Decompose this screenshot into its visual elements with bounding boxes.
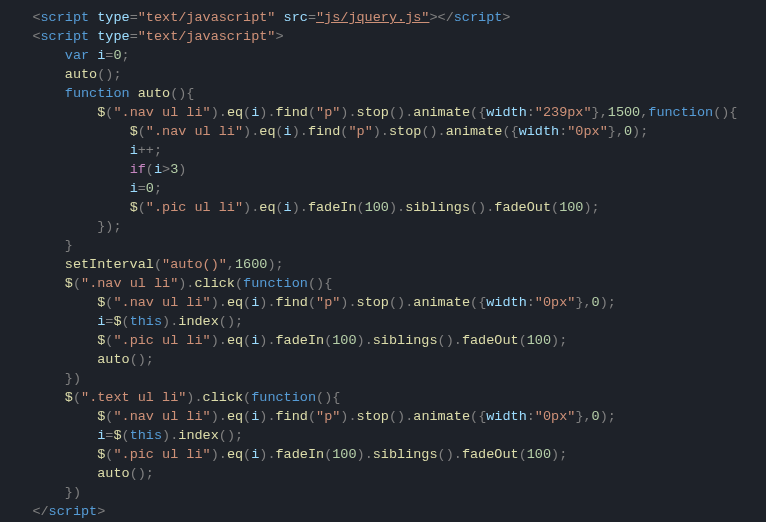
code-line: $(".nav ul li").eq(i).find("p").stop().a… bbox=[0, 105, 737, 120]
code-line: i=$(this).index(); bbox=[0, 428, 243, 443]
code-line: $(".nav ul li").eq(i).find("p").stop().a… bbox=[0, 295, 616, 310]
code-line: $(".pic ul li").eq(i).fadeIn(100).siblin… bbox=[0, 447, 567, 462]
code-line: auto(); bbox=[0, 352, 154, 367]
code-line: $(".pic ul li").eq(i).fadeIn(100).siblin… bbox=[0, 333, 567, 348]
code-line: i++; bbox=[0, 143, 162, 158]
code-line: }) bbox=[0, 371, 81, 386]
src-link[interactable]: "js/jquery.js" bbox=[316, 10, 429, 25]
code-line: $(".text ul li").click(function(){ bbox=[0, 390, 340, 405]
code-line: $(".nav ul li").click(function(){ bbox=[0, 276, 332, 291]
code-line: $(".nav ul li").eq(i).find("p").stop().a… bbox=[0, 124, 648, 139]
code-line: i=$(this).index(); bbox=[0, 314, 243, 329]
code-block: <script type="text/javascript" src="js/j… bbox=[0, 0, 766, 521]
code-line: }); bbox=[0, 219, 122, 234]
code-line: $(".nav ul li").eq(i).find("p").stop().a… bbox=[0, 409, 616, 424]
code-line: var i=0; bbox=[0, 48, 130, 63]
code-line: setInterval("auto()",1600); bbox=[0, 257, 284, 272]
code-line: <script type="text/javascript" src="js/j… bbox=[0, 10, 510, 25]
code-line: if(i>3) bbox=[0, 162, 186, 177]
code-line: function auto(){ bbox=[0, 86, 194, 101]
code-line: i=0; bbox=[0, 181, 162, 196]
code-line: </script> bbox=[0, 504, 105, 519]
code-line: } bbox=[0, 238, 73, 253]
code-line: $(".pic ul li").eq(i).fadeIn(100).siblin… bbox=[0, 200, 600, 215]
code-line: auto(); bbox=[0, 67, 122, 82]
code-line: auto(); bbox=[0, 466, 154, 481]
code-line: }) bbox=[0, 485, 81, 500]
code-line: <script type="text/javascript"> bbox=[0, 29, 284, 44]
